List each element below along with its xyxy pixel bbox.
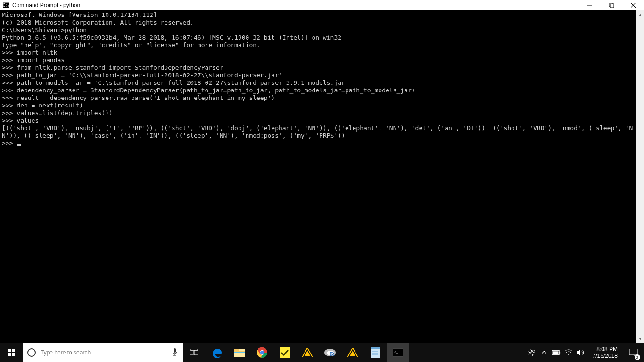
taskbar: Type here to search R	[0, 343, 644, 362]
terminal-line: >>> values	[2, 117, 634, 124]
svg-point-35	[529, 350, 532, 353]
chrome-icon[interactable]	[251, 343, 273, 362]
minimize-button[interactable]	[579, 0, 601, 10]
vertical-scrollbar[interactable]: ▴ ▾	[636, 10, 644, 343]
svg-rect-6	[12, 349, 15, 352]
edge-icon[interactable]	[206, 343, 228, 362]
clock-time: 8:08 PM	[593, 346, 618, 353]
terminal-line: >>> import nltk	[2, 49, 634, 57]
svg-rect-14	[191, 349, 198, 350]
cursor	[17, 144, 21, 146]
terminal-line: >>> dependency_parser = StanfordDependen…	[2, 87, 634, 94]
svg-rect-16	[234, 352, 245, 353]
command-prompt-window: C:\ Command Prompt - python Microsoft Wi…	[0, 0, 644, 343]
terminal-line: >>> result = dependency_parser.raw_parse…	[2, 94, 634, 102]
svg-point-40	[568, 354, 569, 355]
svg-rect-2	[610, 4, 614, 8]
svg-rect-38	[559, 352, 560, 354]
svg-rect-20	[280, 347, 290, 358]
svg-text:R: R	[330, 350, 335, 357]
terminal-line: Python 3.6.5 (v3.6.5:f59c0932b4, Mar 28 …	[2, 34, 634, 41]
terminal-line: >>> path_to_models_jar = 'C:\stanford-pa…	[2, 79, 634, 87]
terminal-line: >>> from nltk.parse.stanford import Stan…	[2, 64, 634, 72]
svg-rect-29	[371, 347, 380, 349]
window-title: Command Prompt - python	[12, 2, 80, 8]
svg-rect-5	[8, 349, 11, 352]
maximize-button[interactable]	[601, 0, 622, 10]
app-icon-2[interactable]	[341, 343, 364, 362]
terminal-line: C:\Users\Shivani>python	[2, 26, 634, 34]
cmd-taskbar-icon[interactable]: >_	[387, 343, 409, 362]
svg-text:>_: >_	[394, 350, 399, 354]
terminal-line: >>> path_to_jar = 'C:\\stanford-parser-f…	[2, 72, 634, 79]
cmd-icon: C:\	[3, 2, 9, 8]
close-button[interactable]	[622, 0, 644, 10]
file-explorer-icon[interactable]	[228, 343, 251, 362]
terminal-line: >>> dep = next(result)	[2, 102, 634, 109]
scroll-up-button[interactable]: ▴	[636, 10, 644, 18]
svg-point-36	[532, 350, 535, 353]
svg-point-19	[260, 351, 264, 354]
people-icon[interactable]	[528, 349, 536, 356]
terminal-output[interactable]: Microsoft Windows [Version 10.0.17134.11…	[0, 10, 636, 148]
svg-rect-13	[194, 350, 198, 355]
tray-chevron-icon[interactable]	[540, 350, 548, 355]
terminal-line: [(('shot', 'VBD'), 'nsubj', ('I', 'PRP')…	[2, 124, 634, 140]
battery-icon[interactable]	[552, 350, 561, 355]
r-icon[interactable]: R	[319, 343, 341, 362]
svg-rect-7	[8, 353, 11, 356]
cortana-icon	[27, 348, 36, 357]
terminal-line: >>> values=list(dep.triples())	[2, 109, 634, 117]
titlebar[interactable]: C:\ Command Prompt - python	[0, 0, 644, 10]
svg-rect-8	[12, 353, 15, 356]
microphone-icon[interactable]	[172, 348, 178, 358]
clock[interactable]: 8:08 PM 7/15/2018	[589, 346, 621, 359]
volume-icon[interactable]	[577, 349, 585, 356]
wifi-icon[interactable]	[564, 349, 573, 356]
scroll-down-button[interactable]: ▾	[636, 335, 644, 343]
svg-rect-39	[553, 351, 558, 354]
notification-count: 2	[635, 354, 640, 360]
svg-rect-12	[190, 350, 193, 355]
app-icon-1[interactable]	[296, 343, 319, 362]
terminal-line: Microsoft Windows [Version 10.0.17134.11…	[2, 11, 634, 19]
clock-date: 7/15/2018	[593, 353, 618, 359]
svg-marker-41	[577, 349, 580, 356]
notepad-icon[interactable]	[364, 343, 387, 362]
search-placeholder: Type here to search	[41, 349, 91, 356]
start-button[interactable]	[0, 343, 23, 362]
notifications-button[interactable]: 2	[625, 343, 642, 362]
search-box[interactable]: Type here to search	[23, 343, 183, 362]
terminal-line: >>>	[2, 140, 634, 147]
task-view-button[interactable]	[183, 343, 206, 362]
svg-rect-9	[174, 348, 176, 353]
terminal-line: >>> import pandas	[2, 57, 634, 64]
terminal-line: (c) 2018 Microsoft Corporation. All righ…	[2, 19, 634, 26]
terminal-line: Type "help", "copyright", "credits" or "…	[2, 41, 634, 49]
sticky-notes-icon[interactable]	[273, 343, 296, 362]
